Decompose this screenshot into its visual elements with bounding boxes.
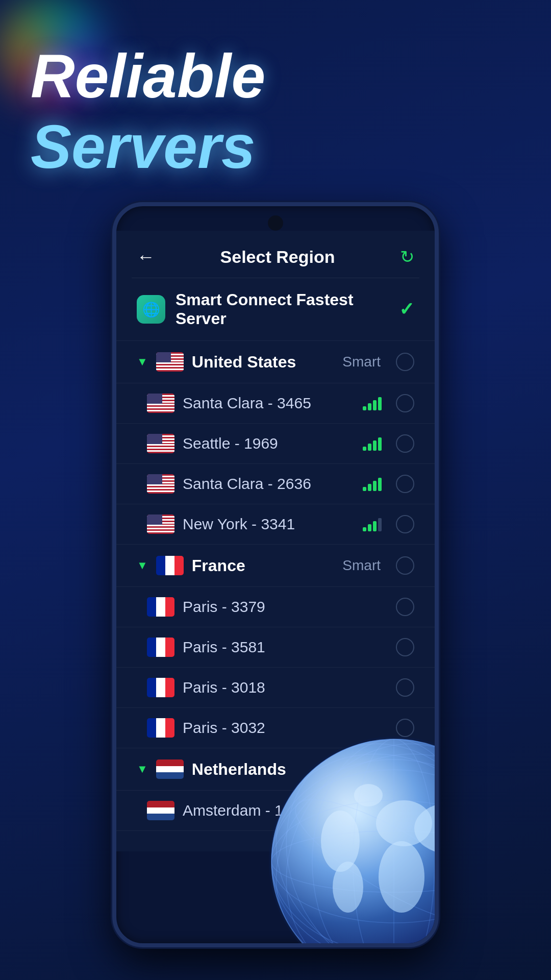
bar3: [373, 400, 377, 410]
server-row-newyork3341[interactable]: New York - 3341: [116, 504, 435, 545]
bar3: [373, 440, 377, 451]
radio-p3581[interactable]: [396, 638, 414, 656]
server-name-p3379: Paris - 3379: [183, 598, 388, 616]
server-name-ny3341: New York - 3341: [183, 516, 355, 533]
svg-point-22: [271, 739, 439, 947]
server-row-paris3581[interactable]: Paris - 3581: [116, 627, 435, 668]
server-row-santaclara2636[interactable]: Santa Clara - 2636: [116, 464, 435, 504]
flag-server-p3581: [147, 638, 174, 657]
flag-fr: [156, 556, 184, 575]
phone-frame: ← Select Region ↻ 🌐 Smart Connect Fastes…: [112, 202, 439, 947]
server-row-seattle1969[interactable]: Seattle - 1969: [116, 424, 435, 464]
radio-sc2636[interactable]: [396, 475, 414, 493]
country-row-fr[interactable]: ▼ France Smart: [116, 545, 435, 587]
smart-connect-row[interactable]: 🌐 Smart Connect Fastest Server ✓: [116, 278, 435, 341]
server-name-p3581: Paris - 3581: [183, 639, 388, 656]
globe-decoration: [261, 729, 439, 947]
bar3: [373, 481, 377, 491]
bar2: [368, 524, 371, 531]
country-row-us[interactable]: ▼ United States Smart: [116, 341, 435, 383]
flag-server-a1643: [147, 801, 174, 820]
chevron-nl: ▼: [137, 763, 148, 776]
flag-nl: [156, 760, 184, 779]
flag-server-ny3341: [147, 514, 174, 534]
radio-ny3341[interactable]: [396, 515, 414, 533]
signal-sc2636: [363, 477, 382, 491]
bar1: [363, 527, 366, 531]
refresh-button[interactable]: ↻: [400, 247, 414, 267]
selected-check-icon: ✓: [399, 299, 414, 320]
globe-svg: [261, 729, 439, 947]
bar4: [378, 478, 382, 491]
bar2: [368, 403, 371, 410]
radio-sc3465[interactable]: [396, 394, 414, 412]
screen-title: Select Region: [220, 247, 335, 267]
bar1: [363, 487, 366, 491]
flag-us: [156, 352, 184, 372]
signal-sc3465: [363, 396, 382, 410]
smart-badge-fr: Smart: [342, 557, 381, 574]
server-name-sea1969: Seattle - 1969: [183, 435, 355, 452]
radio-p3379[interactable]: [396, 598, 414, 616]
signal-sea1969: [363, 436, 382, 451]
chevron-fr: ▼: [137, 559, 148, 572]
server-name-p3018: Paris - 3018: [183, 679, 388, 696]
hero-section: Reliable Servers: [0, 0, 551, 202]
hero-line1: Reliable: [31, 41, 520, 111]
radio-us[interactable]: [396, 353, 414, 371]
bar3: [373, 521, 377, 531]
bar4: [378, 397, 382, 410]
radio-fr[interactable]: [396, 556, 414, 575]
bar1: [363, 447, 366, 451]
flag-server-p3018: [147, 678, 174, 697]
bar4: [378, 437, 382, 451]
smart-badge-us: Smart: [342, 354, 381, 370]
flag-server-p3379: [147, 597, 174, 617]
flag-server-sea1969: [147, 434, 174, 453]
bar4: [378, 518, 382, 531]
server-name-sc3465: Santa Clara - 3465: [183, 395, 355, 412]
server-row-paris3379[interactable]: Paris - 3379: [116, 587, 435, 627]
phone-wrapper: ← Select Region ↻ 🌐 Smart Connect Fastes…: [112, 202, 439, 947]
top-bar: ← Select Region ↻: [116, 241, 435, 278]
bar2: [368, 444, 371, 451]
smart-connect-icon: 🌐: [137, 295, 165, 324]
smart-connect-label: Smart Connect Fastest Server: [176, 290, 389, 328]
server-row-santaclara3465[interactable]: Santa Clara - 3465: [116, 383, 435, 424]
radio-sea1969[interactable]: [396, 434, 414, 453]
phone-notch: [268, 215, 283, 231]
flag-server-p3032: [147, 718, 174, 738]
hero-line2: Servers: [31, 111, 520, 182]
back-button[interactable]: ←: [137, 246, 155, 267]
bar1: [363, 406, 366, 410]
chevron-us: ▼: [137, 355, 148, 369]
flag-server-sc2636: [147, 474, 174, 494]
radio-p3018[interactable]: [396, 678, 414, 697]
country-name-fr: France: [192, 556, 335, 575]
server-row-paris3018[interactable]: Paris - 3018: [116, 668, 435, 708]
signal-ny3341: [363, 517, 382, 531]
country-name-us: United States: [192, 353, 335, 372]
flag-server-sc3465: [147, 394, 174, 413]
server-name-sc2636: Santa Clara - 2636: [183, 475, 355, 493]
bar2: [368, 484, 371, 491]
